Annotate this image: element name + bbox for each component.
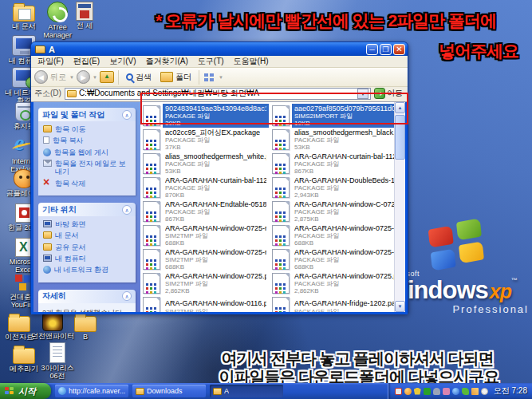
shield-icon[interactable] xyxy=(414,388,421,395)
up-button[interactable] xyxy=(100,71,114,83)
collapse-chevron-icon[interactable]: ∧ xyxy=(122,205,132,215)
file-folder-tasks-header[interactable]: 파일 및 폴더 작업 ∧ xyxy=(38,108,136,121)
explorer-window: A ─ ❐ ✕ 파일(F)편집(E)보기(V)즐겨찾기(A)도구(T)도움말(H… xyxy=(30,41,408,314)
file-item[interactable]: ARA-GARAHAN-curtain-bal-1124.pa... PACKA… xyxy=(143,176,269,200)
file-item[interactable]: ARA-GARAHAN-DoubleBeds-1001.p... PACKAGE… xyxy=(272,176,394,200)
back-dropdown-icon[interactable]: ▼ xyxy=(69,75,74,80)
desktop-icon-label: 전 세 xyxy=(65,22,104,30)
views-icon[interactable] xyxy=(203,72,216,83)
taskbar-task-button[interactable]: A xyxy=(210,385,283,397)
collapse-chevron-icon[interactable]: ∧ xyxy=(122,291,132,301)
place-link[interactable]: 내 컴퓨터 xyxy=(43,255,132,263)
forward-dropdown-icon[interactable]: ▼ xyxy=(93,75,97,80)
place-icon xyxy=(43,255,52,262)
window-title: A xyxy=(49,45,366,54)
vertical-scrollbar[interactable]: ▲ ▼ xyxy=(394,102,405,312)
task-link[interactable]: 항목을 웹에 게시 xyxy=(43,148,132,156)
file-item[interactable]: 9024839419ae3b43094e8d8ac135bf7_... PACK… xyxy=(143,104,269,128)
menu-item[interactable]: 보기(V) xyxy=(104,56,140,67)
file-item[interactable]: ARA-GARAHAN-curtain-bal-1123.pa... PACKA… xyxy=(272,152,394,176)
file-item[interactable]: alias_smoothedgermesh_white.pac... PACKA… xyxy=(143,152,269,176)
annotation-top-line2: 넣어주세요 xyxy=(427,40,530,62)
forward-button[interactable]: ▶ xyxy=(77,70,90,84)
go-button[interactable]: ➜ 이동 xyxy=(374,88,404,99)
task-icon xyxy=(43,148,51,156)
file-item[interactable]: ARA-GARAHAN-window-0725-re.pa... PACKAGE… xyxy=(272,223,394,247)
other-places-header[interactable]: 기타 위치 ∧ xyxy=(38,203,136,216)
task-link[interactable]: 항목 삭제 xyxy=(43,180,132,188)
gear-icon[interactable] xyxy=(481,388,488,395)
file-name: 9024839419ae3b43094e8d8ac135bf7_... xyxy=(165,105,266,113)
maximize-button[interactable]: ❐ xyxy=(380,44,392,55)
file-type: PACKAGE 파일 xyxy=(294,160,394,168)
scroll-up-icon[interactable]: ▲ xyxy=(395,102,405,113)
file-item[interactable]: alias_smoothedgermesh_black.pac... PACKA… xyxy=(272,128,394,152)
package-file-icon xyxy=(272,273,290,294)
file-size: 867KB xyxy=(165,215,266,223)
file-size: 2,943KB xyxy=(294,192,394,199)
pink-app-icon[interactable] xyxy=(443,388,450,395)
menu-item[interactable]: 즐겨찾기(A) xyxy=(140,56,192,67)
place-link[interactable]: 바탕 화면 xyxy=(43,220,132,228)
place-link[interactable]: 내 문서 xyxy=(43,231,132,239)
robot-icon[interactable] xyxy=(433,388,440,395)
task-link[interactable]: 항목을 전자 메일로 보내기 xyxy=(43,160,132,176)
menu-item[interactable]: 파일(F) xyxy=(33,56,69,67)
close-button[interactable]: ✕ xyxy=(393,44,405,55)
menu-item[interactable]: 도구(T) xyxy=(193,56,229,67)
start-button[interactable]: 시작 xyxy=(0,383,51,399)
file-item[interactable]: ac02cc95_피어싱EX.package PACKAGE 파일 37KB xyxy=(143,128,269,152)
file-item[interactable]: ARA-GARAHAN-window-0725.packa... PACKAGE… xyxy=(272,271,394,295)
green-leaf-icon[interactable] xyxy=(462,388,469,395)
scroll-down-icon[interactable]: ▼ xyxy=(395,301,405,312)
file-item[interactable]: ARA-GARAHAN-fridge-1202.packag... PACKAG… xyxy=(272,295,394,312)
window-folder-icon xyxy=(35,45,45,53)
search-button[interactable]: 검색 xyxy=(123,69,155,85)
file-item[interactable]: aae0279af8505d079b795611d0507270.... SIM… xyxy=(272,104,394,128)
file-item[interactable]: ARA-GARAHAN-window-0116.packa... SIM2TMP… xyxy=(143,295,269,312)
task-link[interactable]: 항목 이동 xyxy=(43,125,132,133)
file-item[interactable]: ARA-GARAHAN-window-C-0725.pa... PACKAGE … xyxy=(272,200,394,223)
desktop-icon[interactable]: B xyxy=(66,312,104,341)
views-dropdown-icon[interactable]: ▼ xyxy=(219,75,223,80)
task-icon xyxy=(43,136,49,144)
desktop-icon[interactable]: 전 세 xyxy=(65,2,104,30)
blue-sphere-icon[interactable] xyxy=(452,388,459,395)
other-places-box: 기타 위치 ∧ 바탕 화면 내 문서 xyxy=(38,203,136,282)
file-item[interactable]: ARA-GARAHAN-window-0725-re.pa... SIM2TMP… xyxy=(143,223,269,247)
file-name: alias_smoothedgermesh_black.pac... xyxy=(294,128,394,136)
toolbar-separator xyxy=(199,70,199,85)
menu-item[interactable]: 도움말(H) xyxy=(229,56,274,67)
taskbar-task-button[interactable]: http://cafe.naver.... xyxy=(55,385,128,397)
file-size: 688KB xyxy=(165,239,266,247)
task-button-icon xyxy=(136,388,144,395)
file-item[interactable]: ARA-GARAHAN-window-0725-re-01... PACKAGE… xyxy=(272,247,394,271)
messenger-orange-icon[interactable] xyxy=(404,388,412,395)
place-link[interactable]: 공유 문서 xyxy=(43,243,132,251)
address-input[interactable]: C:₩Documents and Settings₩내컴₩바탕 화면₩A ▼ xyxy=(65,88,371,100)
task-link[interactable]: 항목 복사 xyxy=(43,136,132,144)
antivirus-icon[interactable] xyxy=(395,388,402,395)
package-file-icon xyxy=(143,225,160,246)
title-bar[interactable]: A ─ ❐ ✕ xyxy=(31,42,408,56)
taskbar-task-button[interactable]: Downloads xyxy=(132,385,206,397)
task-icon xyxy=(43,125,52,132)
address-dropdown-icon[interactable]: ▼ xyxy=(357,89,368,99)
details-header[interactable]: 자세히 ∧ xyxy=(38,290,136,303)
menu-item[interactable]: 편집(E) xyxy=(69,56,104,67)
desktop-icon[interactable]: 3아이리스 06전 xyxy=(35,342,80,381)
file-item[interactable]: ARA-GARAHAN-Endtable-0518-re.p... PACKAG… xyxy=(143,200,269,223)
file-item[interactable]: ARA-GARAHAN-window-0725.packa... SIM2TMP… xyxy=(143,271,269,295)
back-button[interactable]: ◀ xyxy=(34,70,48,84)
file-size: 39KB xyxy=(165,120,266,127)
minimize-button[interactable]: ─ xyxy=(366,44,378,55)
folders-button[interactable]: 폴더 xyxy=(157,69,195,85)
scrollbar-thumb[interactable] xyxy=(395,115,405,160)
green-cross-icon[interactable] xyxy=(424,388,431,395)
collapse-chevron-icon[interactable]: ∧ xyxy=(122,110,132,120)
file-item[interactable]: ARA-GARAHAN-window-0725-re-01... SIM2TMP… xyxy=(143,247,269,271)
file-type: PACKAGE 파일 xyxy=(294,232,394,239)
place-link[interactable]: 내 네트워크 환경 xyxy=(43,266,132,274)
pen-icon[interactable] xyxy=(471,388,479,395)
scrollbar-track[interactable] xyxy=(395,113,405,301)
